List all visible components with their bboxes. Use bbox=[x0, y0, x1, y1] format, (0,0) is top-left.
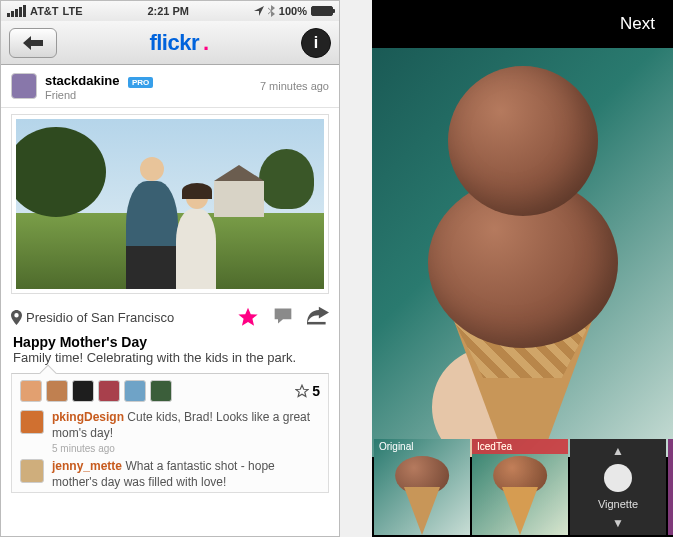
post-username: stackdakine bbox=[45, 73, 119, 88]
edit-photo-preview[interactable] bbox=[372, 48, 673, 457]
status-bar: AT&T LTE 2:21 PM 100% bbox=[1, 1, 339, 21]
share-icon bbox=[307, 306, 329, 326]
carrier: AT&T bbox=[30, 5, 59, 17]
back-button[interactable] bbox=[9, 28, 57, 58]
avatar bbox=[124, 380, 146, 402]
chevron-down-icon[interactable]: ▼ bbox=[612, 516, 624, 530]
post-relation: Friend bbox=[45, 89, 153, 101]
favorite-count: 5 bbox=[295, 383, 320, 399]
share-button[interactable] bbox=[307, 306, 329, 328]
comments-panel: 5 pkingDesign Cute kids, Brad! Looks lik… bbox=[11, 373, 329, 493]
favorites-row[interactable]: 5 bbox=[12, 374, 328, 408]
star-icon bbox=[295, 384, 309, 398]
next-button[interactable]: Next bbox=[620, 14, 655, 34]
filter-label: Vignette bbox=[598, 498, 638, 510]
filter-vignette-control[interactable]: ▲ Vignette ▼ bbox=[570, 439, 666, 535]
avatar bbox=[20, 459, 44, 483]
nav-bar: flickr. i bbox=[1, 21, 339, 65]
comment-username: jenny_mette bbox=[52, 459, 122, 473]
filter-next-peek[interactable]: Lo bbox=[668, 439, 673, 535]
comment-timestamp: 5 minutes ago bbox=[52, 442, 320, 455]
avatar bbox=[98, 380, 120, 402]
photo-actions-row: Presidio of San Francisco bbox=[1, 300, 339, 332]
feed-screen: AT&T LTE 2:21 PM 100% flickr. i bbox=[0, 0, 340, 537]
filter-label: Lo bbox=[668, 439, 673, 454]
avatar bbox=[11, 73, 37, 99]
filter-label: Original bbox=[374, 439, 470, 454]
comment-username: pkingDesign bbox=[52, 410, 124, 424]
svg-rect-0 bbox=[307, 322, 326, 325]
back-arrow-icon bbox=[23, 36, 43, 50]
logo-text: flickr bbox=[149, 30, 199, 56]
post-timestamp: 7 minutes ago bbox=[260, 80, 329, 92]
info-icon: i bbox=[314, 34, 318, 52]
pro-badge: PRO bbox=[128, 77, 153, 88]
filter-original[interactable]: Original bbox=[374, 439, 470, 535]
bluetooth-icon bbox=[268, 5, 275, 17]
comment-item[interactable]: pkingDesign Cute kids, Brad! Looks like … bbox=[12, 408, 328, 457]
photo-title: Happy Mother's Day bbox=[1, 332, 339, 350]
favorite-button[interactable] bbox=[237, 306, 259, 328]
photo-image bbox=[16, 119, 324, 289]
pin-icon bbox=[11, 310, 22, 325]
network: LTE bbox=[63, 5, 83, 17]
avatar bbox=[20, 380, 42, 402]
avatar bbox=[20, 410, 44, 434]
signal-icon bbox=[7, 5, 26, 17]
comment-icon bbox=[273, 306, 293, 326]
photo-location[interactable]: Presidio of San Francisco bbox=[26, 310, 174, 325]
avatar bbox=[46, 380, 68, 402]
chevron-up-icon[interactable]: ▲ bbox=[612, 444, 624, 458]
edit-top-bar: Next bbox=[372, 0, 673, 48]
star-icon bbox=[237, 306, 259, 328]
vignette-dot-icon bbox=[604, 464, 632, 492]
avatar bbox=[150, 380, 172, 402]
avatar bbox=[72, 380, 94, 402]
filter-label: IcedTea bbox=[472, 439, 568, 454]
filter-icedtea[interactable]: IcedTea bbox=[472, 439, 568, 535]
comment-button[interactable] bbox=[273, 306, 293, 328]
app-logo: flickr. bbox=[149, 30, 208, 56]
info-button[interactable]: i bbox=[301, 28, 331, 58]
filter-strip[interactable]: Original IcedTea ▲ Vignette ▼ Lo bbox=[372, 437, 673, 537]
battery-icon bbox=[311, 6, 333, 16]
post-header[interactable]: stackdakine PRO Friend 7 minutes ago bbox=[1, 65, 339, 108]
comment-item[interactable]: jenny_mette What a fantastic shot - hope… bbox=[12, 457, 328, 492]
edit-screen: Next Original IcedTea ▲ Vignette ▼ Lo bbox=[372, 0, 673, 537]
location-arrow-icon bbox=[254, 6, 264, 16]
battery-pct: 100% bbox=[279, 5, 307, 17]
status-time: 2:21 PM bbox=[147, 5, 189, 17]
post-photo[interactable] bbox=[11, 114, 329, 294]
